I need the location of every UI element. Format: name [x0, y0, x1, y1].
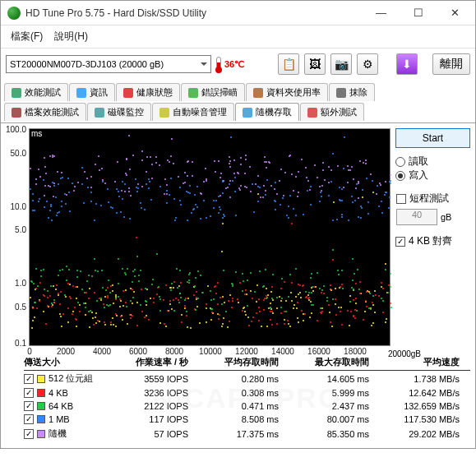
- drive-select[interactable]: ST20000NM007D-3DJ103 (20000 gB): [6, 55, 211, 73]
- tab-10[interactable]: 額外測試: [300, 103, 364, 121]
- row-checkbox[interactable]: ✓: [24, 414, 34, 424]
- result-row-3: ✓1 MB117 IOPS8.508 ms80.007 ms117.530 MB…: [24, 413, 470, 426]
- col-iops: 作業速率 / 秒: [98, 356, 188, 368]
- options-button[interactable]: ⚙: [357, 53, 378, 75]
- window-titlebar: HD Tune Pro 5.75 - Hard Disk/SSD Utility…: [1, 1, 475, 25]
- screenshot-button[interactable]: 🖼: [304, 53, 326, 75]
- tab-8[interactable]: 自動噪音管理: [152, 103, 234, 121]
- random-access-chart: ms 100.050.010.05.01.00.50.1 02000400060…: [29, 128, 391, 346]
- result-row-4: ✓隨機57 IOPS17.375 ms85.350 ms29.202 MB/s: [24, 426, 470, 441]
- menu-file[interactable]: 檔案(F): [6, 27, 48, 46]
- maximize-button[interactable]: ☐: [400, 2, 437, 25]
- app-icon: [7, 7, 21, 20]
- tab-4[interactable]: 資料夾使用率: [246, 83, 328, 101]
- thermometer-icon: [216, 57, 221, 72]
- results-table: NICAFE PRO 傳送大小 作業速率 / 秒 平均存取時間 最大存取時間 平…: [24, 354, 470, 441]
- col-size: 傳送大小: [24, 356, 98, 368]
- col-speed: 平均速度: [369, 356, 460, 368]
- toolbar: ST20000NM007D-3DJ103 (20000 gB) 36℃ 📋 🖼 …: [1, 49, 475, 80]
- y-unit-label: ms: [31, 129, 42, 138]
- tab-7[interactable]: 磁碟監控: [87, 103, 151, 121]
- gb-unit-label: gB: [441, 212, 451, 222]
- tab-bar: 效能測試資訊健康狀態錯誤掃瞄資料夾使用率抹除檔案效能測試磁碟監控自動噪音管理隨機…: [1, 80, 475, 123]
- result-row-2: ✓64 KB2122 IOPS0.471 ms2.437 ms132.659 M…: [24, 400, 470, 413]
- temperature-display: 36℃: [216, 57, 244, 72]
- tab-1[interactable]: 資訊: [69, 83, 115, 101]
- start-button[interactable]: Start: [395, 128, 470, 148]
- copy-button[interactable]: 📋: [278, 53, 299, 75]
- align-checkbox[interactable]: ✓4 KB 對齊: [395, 234, 470, 248]
- col-avg: 平均存取時間: [188, 356, 279, 368]
- row-checkbox[interactable]: ✓: [24, 401, 34, 411]
- menu-help[interactable]: 說明(H): [49, 27, 93, 46]
- menubar: 檔案(F) 說明(H): [1, 25, 475, 49]
- tab-5[interactable]: 抹除: [329, 83, 375, 101]
- minimize-button[interactable]: —: [363, 2, 400, 25]
- tab-9[interactable]: 隨機存取: [235, 103, 299, 121]
- read-radio[interactable]: 讀取: [395, 155, 470, 169]
- row-checkbox[interactable]: ✓: [24, 388, 34, 398]
- tab-2[interactable]: 健康狀態: [116, 83, 180, 101]
- exit-button[interactable]: 離開: [432, 53, 470, 75]
- close-button[interactable]: ✕: [437, 2, 474, 25]
- temperature-value: 36℃: [224, 59, 244, 70]
- save-button[interactable]: ⬇: [396, 53, 418, 75]
- row-checkbox[interactable]: ✓: [24, 429, 34, 439]
- col-max: 最大存取時間: [279, 356, 369, 368]
- row-checkbox[interactable]: ✓: [24, 374, 34, 384]
- tab-0[interactable]: 效能測試: [4, 83, 68, 101]
- drive-select-value: ST20000NM007D-3DJ103 (20000 gB): [10, 59, 164, 69]
- result-row-1: ✓4 KB3236 IOPS0.308 ms5.999 ms12.642 MB/…: [24, 386, 470, 400]
- write-radio[interactable]: 寫入: [395, 169, 470, 182]
- window-title: HD Tune Pro 5.75 - Hard Disk/SSD Utility: [25, 7, 363, 19]
- tab-3[interactable]: 錯誤掃瞄: [181, 83, 245, 101]
- result-row-0: ✓512 位元組3559 IOPS0.280 ms14.605 ms1.738 …: [24, 371, 470, 386]
- short-test-checkbox[interactable]: 短程測試: [396, 192, 469, 206]
- short-gb-input: 40: [396, 209, 437, 225]
- tab-6[interactable]: 檔案效能測試: [4, 103, 86, 121]
- camera-button[interactable]: 📷: [330, 53, 352, 75]
